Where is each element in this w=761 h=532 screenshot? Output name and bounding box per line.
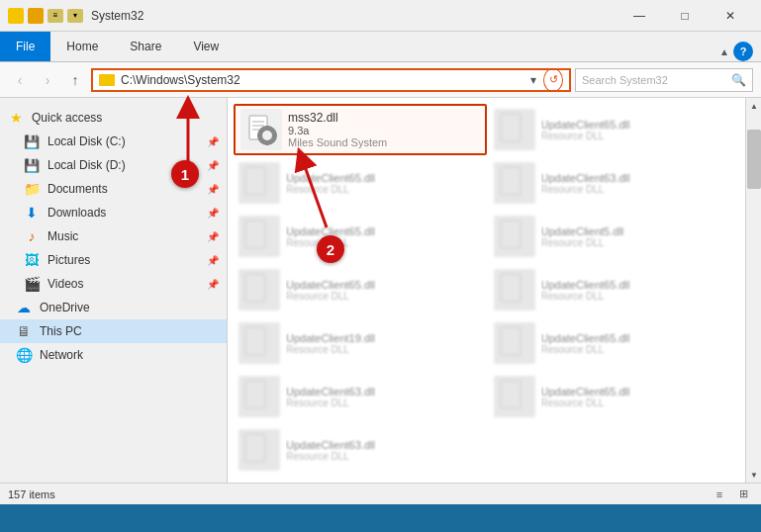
- svg-rect-21: [245, 434, 265, 462]
- file-item-mss32[interactable]: mss32.dll 9.3a Miles Sound System: [234, 104, 487, 155]
- file-info-b8: UpdateClient19.dll Resource DLL: [286, 332, 482, 355]
- file-item-blurred-8[interactable]: UpdateClient19.dll Resource DLL: [234, 317, 487, 369]
- sidebar-item-network[interactable]: 🌐 Network: [0, 343, 227, 367]
- file-version-mss32: 9.3a: [288, 125, 480, 136]
- quick-access-icon: [28, 8, 44, 24]
- up-button[interactable]: ↑: [63, 68, 87, 92]
- content-area: mss32.dll 9.3a Miles Sound System Update…: [228, 98, 761, 483]
- file-item-blurred-1[interactable]: UpdateClient65.dll Resource DLL: [489, 104, 742, 155]
- dll-icon: [243, 112, 279, 147]
- file-item-blurred-10[interactable]: UpdateClient63.dll Resource DLL: [234, 371, 487, 422]
- sidebar-item-quick-access[interactable]: ★ Quick access: [0, 106, 227, 130]
- address-input-wrap[interactable]: C:\Windows\System32 ▾ ↺: [91, 68, 571, 92]
- file-item-blurred-12[interactable]: UpdateClient63.dll Resource DLL: [234, 424, 487, 476]
- file-name-b9: UpdateClient65.dll: [541, 332, 737, 344]
- scroll-thumb[interactable]: [747, 130, 761, 189]
- address-refresh-btn[interactable]: ↺: [543, 68, 563, 92]
- minimize-button[interactable]: —: [617, 0, 662, 32]
- title-bar: ≡ ▾ System32 — □ ✕: [0, 0, 761, 32]
- sidebar-item-local-disk-c[interactable]: 💾 Local Disk (C:) 📌: [0, 130, 227, 153]
- sidebar-label-downloads: Downloads: [48, 206, 106, 220]
- file-grid: mss32.dll 9.3a Miles Sound System Update…: [228, 98, 761, 482]
- file-thumb-b2: [238, 162, 280, 204]
- drive-d-icon: 💾: [24, 157, 40, 173]
- sidebar-item-onedrive[interactable]: ☁ OneDrive: [0, 296, 227, 319]
- title-bar-left: ≡ ▾: [8, 8, 83, 24]
- window-title: System32: [91, 9, 617, 23]
- ribbon-extra: ▲ ?: [719, 42, 761, 61]
- sidebar: ★ Quick access 💾 Local Disk (C:) 📌 💾 Loc…: [0, 98, 228, 483]
- tab-home[interactable]: Home: [50, 32, 114, 61]
- sidebar-item-pictures[interactable]: 🖼 Pictures 📌: [0, 248, 227, 272]
- search-placeholder: Search System32: [582, 74, 731, 86]
- folder-documents-icon: 📁: [24, 181, 40, 197]
- file-type-b7: Resource DLL: [541, 291, 737, 302]
- file-info-b11: UpdateClient65.dll Resource DLL: [541, 386, 737, 408]
- back-button[interactable]: ‹: [8, 68, 32, 92]
- sidebar-item-videos[interactable]: 🎬 Videos 📌: [0, 272, 227, 296]
- file-type-b2: Resource DLL: [286, 184, 482, 195]
- file-item-blurred-4[interactable]: UpdateClient65.dll Resource DLL: [234, 211, 487, 262]
- onedrive-icon: ☁: [16, 300, 32, 315]
- search-wrap[interactable]: Search System32 🔍: [575, 68, 753, 92]
- view-tiles-btn[interactable]: ⊞: [733, 487, 753, 502]
- file-item-blurred-3[interactable]: UpdateClient63.dll Resource DLL: [489, 157, 742, 209]
- address-bar: ‹ › ↑ C:\Windows\System32 ▾ ↺ Search Sys…: [0, 62, 761, 98]
- sidebar-label-this-pc: This PC: [40, 324, 82, 338]
- file-item-blurred-9[interactable]: UpdateClient65.dll Resource DLL: [489, 317, 742, 369]
- svg-rect-19: [245, 381, 265, 408]
- file-type-b5: Resource DLL: [541, 237, 737, 248]
- file-thumb-b1: [494, 109, 535, 150]
- folder-downloads-icon: ⬇: [24, 205, 40, 221]
- file-item-blurred-5[interactable]: UpdateClient5.dll Resource DLL: [489, 211, 742, 262]
- window-controls: — □ ✕: [617, 0, 753, 32]
- file-thumb-b5: [494, 216, 535, 257]
- folder-videos-icon: 🎬: [24, 276, 40, 292]
- toolbar-btn-1[interactable]: ≡: [48, 9, 63, 23]
- sidebar-item-documents[interactable]: 📁 Documents 📌: [0, 177, 227, 201]
- svg-rect-13: [245, 221, 265, 248]
- file-item-blurred-7[interactable]: UpdateClient65.dll Resource DLL: [489, 264, 742, 315]
- svg-rect-20: [501, 381, 521, 408]
- folder-music-icon: ♪: [24, 228, 40, 244]
- ribbon-expand-btn[interactable]: ▲: [719, 46, 729, 57]
- svg-rect-6: [266, 126, 269, 129]
- file-item-blurred-2[interactable]: UpdateClient65.dll Resource DLL: [234, 157, 487, 209]
- scroll-up-arrow[interactable]: ▲: [746, 98, 761, 114]
- search-icon: 🔍: [731, 73, 746, 87]
- file-name-b6: UpdateClient65.dll: [286, 279, 482, 291]
- toolbar-btn-2[interactable]: ▾: [67, 9, 83, 23]
- star-icon: ★: [8, 110, 24, 126]
- file-item-blurred-11[interactable]: UpdateClient65.dll Resource DLL: [489, 371, 742, 422]
- scroll-down-arrow[interactable]: ▼: [746, 467, 761, 483]
- tab-file[interactable]: File: [0, 32, 50, 61]
- file-name-mss32: mss32.dll: [288, 111, 480, 125]
- close-button[interactable]: ✕: [708, 0, 753, 32]
- svg-rect-9: [274, 134, 277, 137]
- pin-icon-music: 📌: [207, 231, 219, 242]
- sidebar-item-music[interactable]: ♪ Music 📌: [0, 224, 227, 248]
- tab-share[interactable]: Share: [114, 32, 177, 61]
- file-item-blurred-6[interactable]: UpdateClient65.dll Resource DLL: [234, 264, 487, 315]
- svg-rect-17: [245, 327, 265, 355]
- file-thumb-b9: [494, 322, 535, 364]
- sidebar-label-network: Network: [40, 348, 83, 362]
- svg-rect-11: [245, 167, 265, 195]
- sidebar-item-local-disk-d[interactable]: 💾 Local Disk (D:) 📌: [0, 153, 227, 177]
- status-bar: 157 items ≡ ⊞: [0, 483, 761, 504]
- file-name-b4: UpdateClient65.dll: [286, 225, 482, 237]
- forward-button[interactable]: ›: [36, 68, 59, 92]
- file-info-b10: UpdateClient63.dll Resource DLL: [286, 386, 482, 408]
- pin-icon-d: 📌: [207, 160, 219, 171]
- tab-view[interactable]: View: [177, 32, 235, 61]
- help-button[interactable]: ?: [733, 42, 753, 61]
- sidebar-item-downloads[interactable]: ⬇ Downloads 📌: [0, 201, 227, 224]
- address-dropdown-btn[interactable]: ▾: [525, 68, 541, 92]
- vertical-scrollbar[interactable]: ▲ ▼: [745, 98, 761, 483]
- sidebar-item-this-pc[interactable]: 🖥 This PC: [0, 319, 227, 343]
- pin-icon-videos: 📌: [207, 279, 219, 290]
- pin-icon-pictures: 📌: [207, 255, 219, 266]
- maximize-button[interactable]: □: [662, 0, 708, 32]
- file-thumb-b10: [238, 376, 280, 417]
- view-details-btn[interactable]: ≡: [710, 487, 729, 502]
